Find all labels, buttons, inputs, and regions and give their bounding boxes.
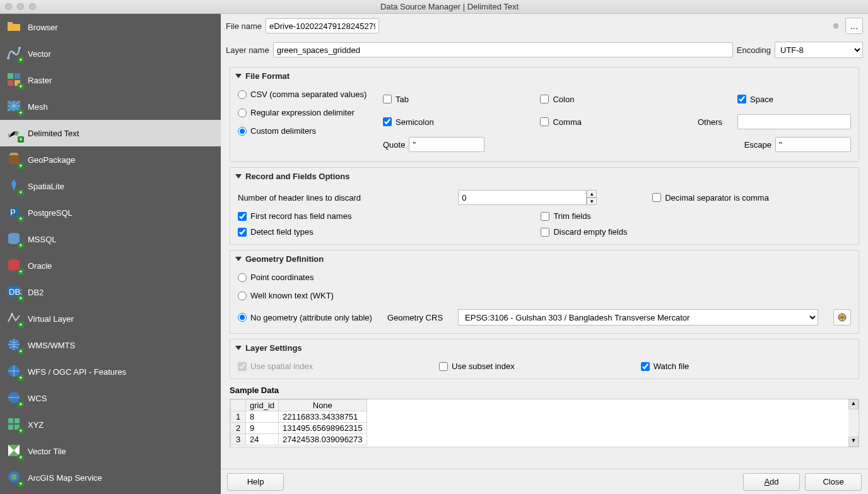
geometry-header[interactable]: Geometry Definition (230, 250, 859, 268)
record-fields-header[interactable]: Record and Fields Options (230, 168, 859, 185)
sidebar-item-label: Mesh (28, 102, 48, 112)
others-input[interactable] (737, 114, 851, 129)
sidebar-item-mesh[interactable]: +Mesh (0, 93, 221, 120)
sidebar-item-wms-wmts[interactable]: +WMS/WMTS (0, 332, 221, 358)
space-checkbox[interactable]: Space (737, 95, 851, 104)
add-button[interactable]: Add (743, 473, 800, 491)
spin-up[interactable]: ▲ (587, 190, 597, 197)
sidebar-item-vector[interactable]: +Vector (0, 40, 221, 67)
wkt-radio[interactable]: Well known text (WKT) (238, 291, 851, 300)
tab-checkbox[interactable]: Tab (383, 95, 525, 104)
close-window-dot[interactable] (5, 3, 12, 10)
table-header: None (279, 400, 367, 411)
clear-file-icon[interactable]: ⊗ (833, 21, 839, 30)
scroll-up-icon[interactable]: ▲ (848, 399, 859, 409)
geometry-crs-label: Geometry CRS (387, 313, 443, 322)
sidebar-item-xyz[interactable]: +XYZ (0, 411, 221, 438)
sidebar-item-label: Oracle (28, 261, 52, 271)
table-header: grid_id (246, 400, 279, 411)
sidebar-item-geopackage[interactable]: +GeoPackage (0, 146, 221, 173)
close-button[interactable]: Close (805, 473, 862, 491)
sidebar-item-vector-tile[interactable]: +Vector Tile (0, 438, 221, 464)
svg-rect-3 (8, 73, 13, 79)
chevron-down-icon (235, 346, 242, 350)
sidebar-item-label: Browser (28, 23, 58, 32)
minimize-window-dot[interactable] (17, 3, 24, 10)
header-lines-input[interactable] (458, 190, 587, 205)
watch-file-checkbox[interactable]: Watch file (641, 362, 689, 371)
spin-down[interactable]: ▼ (587, 197, 597, 205)
header-lines-label: Number of header lines to discard (238, 193, 443, 203)
svg-rect-19 (15, 418, 20, 423)
quote-input[interactable] (409, 137, 484, 152)
svg-point-2 (18, 47, 21, 49)
sidebar-item-mssql[interactable]: +MSSQL (0, 226, 221, 252)
no-geometry-radio[interactable]: No geometry (attribute only table) (238, 313, 372, 322)
layer-settings-header[interactable]: Layer Settings (230, 339, 859, 356)
custom-radio[interactable]: Custom delimiters (238, 126, 370, 136)
geometry-crs-select[interactable]: EPSG:3106 - Gulshan 303 / Bangladesh Tra… (458, 309, 818, 326)
csv-radio[interactable]: CSV (comma separated values) (238, 90, 370, 99)
table-row[interactable]: 32427424538.039096273 (231, 434, 367, 445)
first-record-checkbox[interactable]: First record has field names (238, 211, 351, 221)
sidebar-item-delimited-text[interactable]: ,+Delimited Text (0, 120, 221, 146)
globe-icon (837, 312, 847, 322)
quote-label: Quote (383, 140, 405, 150)
help-button[interactable]: Help (227, 473, 284, 491)
comma-checkbox[interactable]: Comma (540, 117, 683, 127)
sidebar-item-label: DB2 (28, 288, 44, 297)
sidebar-item-oracle[interactable]: +Oracle (0, 252, 221, 279)
plus-badge-icon: + (18, 163, 24, 169)
table-row[interactable]: 29131495.65698962315 (231, 423, 367, 434)
sidebar-item-browser[interactable]: Browser (0, 14, 221, 40)
sidebar-item-label: Vector (28, 49, 51, 59)
layer-name-input[interactable] (273, 42, 733, 57)
detect-types-checkbox[interactable]: Detect field types (238, 227, 351, 237)
table-row[interactable]: 1822116833.34338751 (231, 411, 367, 423)
sidebar-item-label: Virtual Layer (28, 314, 74, 324)
plus-badge-icon: + (18, 295, 24, 302)
point-coords-radio[interactable]: Point coordinates (238, 273, 851, 282)
sidebar-item-arcgis-map-service[interactable]: +ArcGIS Map Service (0, 464, 221, 491)
file-format-section: File Format CSV (comma separated values)… (230, 67, 859, 162)
title-bar: Data Source Manager | Delimited Text (0, 0, 868, 14)
layer-settings-section: Layer Settings Use spatial index Use sub… (230, 339, 859, 379)
sidebar-item-wcs[interactable]: +WCS (0, 385, 221, 411)
svg-point-1 (13, 52, 15, 54)
scroll-down-icon[interactable]: ▼ (848, 437, 859, 447)
semicolon-checkbox[interactable]: Semicolon (383, 117, 525, 127)
browse-file-button[interactable]: … (845, 18, 863, 34)
sidebar-item-label: GeoPackage (28, 155, 75, 165)
sidebar-item-postgresql[interactable]: P+PostgreSQL (0, 199, 221, 226)
crs-picker-button[interactable] (833, 309, 851, 326)
plus-badge-icon: + (18, 428, 24, 434)
plus-badge-icon: + (18, 322, 24, 328)
plus-badge-icon: + (18, 189, 24, 196)
sidebar-item-label: WCS (28, 394, 47, 403)
colon-checkbox[interactable]: Colon (540, 95, 683, 104)
sidebar-item-label: WFS / OGC API - Features (28, 367, 126, 377)
plus-badge-icon: + (18, 110, 24, 116)
plus-badge-icon: + (18, 136, 24, 143)
sidebar-item-spatialite[interactable]: +SpatiaLite (0, 173, 221, 199)
svg-point-8 (15, 132, 18, 136)
sample-data-title: Sample Data (230, 385, 859, 395)
zoom-window-dot[interactable] (29, 3, 36, 10)
discard-empty-checkbox[interactable]: Discard empty fields (541, 227, 627, 237)
escape-input[interactable] (775, 137, 851, 152)
subset-index-checkbox[interactable]: Use subset index (439, 362, 515, 371)
sidebar-item-db2[interactable]: DB2+DB2 (0, 279, 221, 305)
decimal-comma-checkbox[interactable]: Decimal separator is comma (652, 193, 851, 203)
sidebar-item-wfs-ogc-api-features[interactable]: +WFS / OGC API - Features (0, 358, 221, 385)
regex-radio[interactable]: Regular expression delimiter (238, 108, 370, 117)
trim-fields-checkbox[interactable]: Trim fields (541, 211, 627, 221)
window-controls[interactable] (5, 3, 36, 10)
file-name-input[interactable] (266, 18, 379, 33)
sample-scrollbar[interactable]: ▲ ▼ (848, 399, 859, 447)
svg-rect-5 (8, 80, 13, 86)
sidebar-item-arcgis-feature-service[interactable]: +ArcGIS Feature Service (0, 491, 221, 494)
file-format-header[interactable]: File Format (230, 68, 859, 85)
encoding-select[interactable]: UTF-8 (775, 42, 863, 58)
sidebar-item-virtual-layer[interactable]: +Virtual Layer (0, 305, 221, 332)
sidebar-item-raster[interactable]: +Raster (0, 67, 221, 93)
